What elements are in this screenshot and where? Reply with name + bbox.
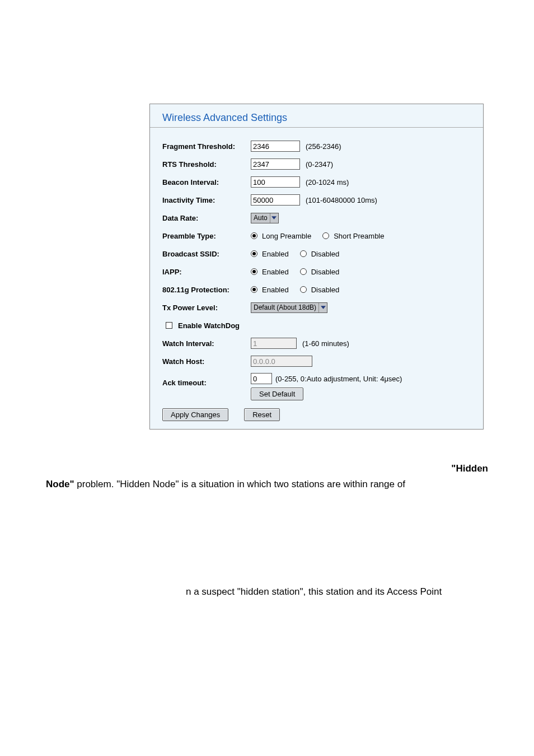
watch-host-label: Watch Host: xyxy=(162,357,251,366)
reset-button[interactable]: Reset xyxy=(244,408,280,421)
g-protection-disabled-radio[interactable] xyxy=(300,286,307,293)
fragment-threshold-input[interactable] xyxy=(251,141,300,152)
preamble-long-label: Long Preamble xyxy=(262,232,311,240)
ack-timeout-hint: (0-255, 0:Auto adjustment, Unit: 4μsec) xyxy=(275,375,402,383)
g-protection-disabled-label: Disabled xyxy=(311,286,340,294)
body-text: "Hidden Node" problem. "Hidden Node" is … xyxy=(46,461,488,492)
fragment-threshold-label: Fragment Threshold: xyxy=(162,142,251,151)
watch-interval-label: Watch Interval: xyxy=(162,339,251,348)
g-protection-label: 802.11g Protection: xyxy=(162,286,251,294)
data-rate-select[interactable]: Auto xyxy=(251,213,279,223)
inactivity-time-input[interactable] xyxy=(251,194,300,206)
panel-title: Wireless Advanced Settings xyxy=(162,112,287,123)
data-rate-value: Auto xyxy=(254,214,268,222)
hidden-text: "Hidden xyxy=(46,461,488,477)
set-default-button[interactable]: Set Default xyxy=(251,388,303,400)
preamble-long-radio[interactable] xyxy=(251,232,257,239)
node-rest: problem. "Hidden Node" is a situation in… xyxy=(74,479,405,489)
body-text-2: n a suspect "hidden station", this stati… xyxy=(186,584,534,600)
node-bold: Node" xyxy=(46,479,74,489)
watch-interval-input[interactable] xyxy=(251,338,297,349)
preamble-type-label: Preamble Type: xyxy=(162,232,251,240)
ack-timeout-input[interactable] xyxy=(251,373,272,384)
beacon-interval-hint: (20-1024 ms) xyxy=(306,178,349,186)
chevron-down-icon xyxy=(270,213,278,223)
g-protection-enabled-label: Enabled xyxy=(262,286,289,294)
watch-host-input[interactable] xyxy=(251,356,312,367)
fragment-threshold-hint: (256-2346) xyxy=(306,142,341,151)
settings-panel: Wireless Advanced Settings Fragment Thre… xyxy=(149,104,484,430)
tx-power-label: Tx Power Level: xyxy=(162,304,251,312)
preamble-short-label: Short Preamble xyxy=(334,232,384,240)
broadcast-ssid-enabled-radio[interactable] xyxy=(251,250,257,257)
rts-threshold-label: RTS Threshold: xyxy=(162,160,251,169)
broadcast-ssid-enabled-label: Enabled xyxy=(262,250,289,258)
enable-watchdog-label: Enable WatchDog xyxy=(178,321,240,330)
panel-header: Wireless Advanced Settings xyxy=(150,104,483,128)
iapp-label: IAPP: xyxy=(162,268,251,276)
tx-power-select[interactable]: Default (About 18dB) xyxy=(251,302,327,313)
g-protection-enabled-radio[interactable] xyxy=(251,286,257,293)
inactivity-time-hint: (101-60480000 10ms) xyxy=(306,196,377,204)
apply-changes-button[interactable]: Apply Changes xyxy=(162,408,228,421)
inactivity-time-label: Inactivity Time: xyxy=(162,196,251,204)
data-rate-label: Data Rate: xyxy=(162,214,251,222)
rts-threshold-hint: (0-2347) xyxy=(306,160,333,169)
iapp-enabled-radio[interactable] xyxy=(251,268,257,275)
broadcast-ssid-disabled-radio[interactable] xyxy=(300,250,307,257)
broadcast-ssid-label: Broadcast SSID: xyxy=(162,250,251,258)
watch-interval-hint: (1-60 minutes) xyxy=(302,339,349,348)
iapp-enabled-label: Enabled xyxy=(262,268,289,276)
preamble-short-radio[interactable] xyxy=(322,232,329,239)
ack-timeout-label: Ack timeout: xyxy=(162,373,251,387)
beacon-interval-label: Beacon Interval: xyxy=(162,178,251,186)
iapp-disabled-radio[interactable] xyxy=(300,268,307,275)
beacon-interval-input[interactable] xyxy=(251,176,300,188)
chevron-down-icon xyxy=(318,303,327,312)
enable-watchdog-checkbox[interactable] xyxy=(166,322,172,329)
iapp-disabled-label: Disabled xyxy=(311,268,340,276)
rts-threshold-input[interactable] xyxy=(251,158,300,170)
broadcast-ssid-disabled-label: Disabled xyxy=(311,250,340,258)
tx-power-value: Default (About 18dB) xyxy=(254,304,316,311)
